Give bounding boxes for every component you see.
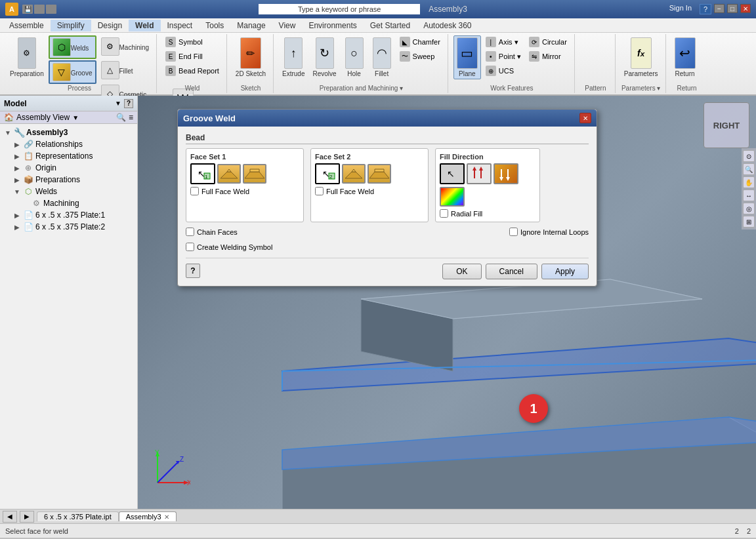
fill-dir-cursor-btn[interactable]: ↖	[440, 163, 465, 184]
sidebar-help-icon[interactable]: ?	[124, 99, 133, 108]
expand-welds[interactable]: ▼	[13, 188, 21, 195]
expand-machining[interactable]	[21, 199, 29, 207]
fill-dir-rainbow-btn[interactable]	[440, 187, 465, 207]
face-set-2-select-btn[interactable]: ↖ 2	[315, 163, 340, 184]
axis-btn[interactable]: | Axis ▾	[482, 35, 524, 49]
extrude-btn[interactable]: ↑ Extrude	[279, 35, 308, 79]
help-btn[interactable]: ?	[700, 4, 711, 14]
assembly-view-filter[interactable]: ≡	[129, 113, 133, 122]
radial-fill-checkbox[interactable]	[440, 209, 448, 218]
fill-dir-2-btn[interactable]	[494, 163, 518, 184]
create-weld-symbol-checkbox[interactable]	[186, 243, 194, 251]
ignore-loops-checkbox[interactable]	[509, 228, 518, 236]
chain-faces-checkbox[interactable]	[186, 228, 194, 236]
menu-tools[interactable]: Tools	[199, 20, 230, 31]
welds-btn[interactable]: ⬡ Welds	[49, 35, 96, 59]
tab-nav-right[interactable]: ▶	[20, 511, 34, 523]
menu-view[interactable]: View	[272, 20, 303, 31]
title-search[interactable]: Type a keyword or phrase	[259, 4, 421, 14]
symbol-btn[interactable]: S Symbol	[162, 35, 206, 49]
vp-tool-2[interactable]: 🔍	[743, 163, 755, 175]
parameters-btn[interactable]: fx Parameters	[621, 35, 662, 79]
bead-report-btn[interactable]: B Bead Report	[162, 64, 222, 77]
2d-sketch-btn[interactable]: ✏ 2D Sketch	[232, 35, 269, 79]
vp-tool-4[interactable]: ↔	[743, 190, 755, 201]
dialog-help-btn[interactable]: ?	[186, 264, 200, 278]
tree-item-machining[interactable]: ⚙ Machining	[3, 197, 135, 209]
full-face-weld-2-checkbox[interactable]	[315, 187, 324, 195]
circular-btn[interactable]: ⟳ Circular	[526, 35, 570, 49]
fill-dir-1-btn[interactable]	[467, 163, 492, 184]
fillet2-btn[interactable]: ◠ Fillet	[369, 35, 395, 79]
menu-assemble[interactable]: Assemble	[3, 20, 51, 31]
bottom-tab-assembly3[interactable]: Assembly3 ✕	[119, 511, 177, 521]
assembly-view-dropdown[interactable]: ▼	[72, 114, 79, 121]
face-set-1-icon-1[interactable]	[217, 164, 241, 184]
expand-preparations[interactable]: ▶	[13, 176, 21, 184]
expand-origin[interactable]: ▶	[13, 164, 21, 172]
preparation-btn[interactable]: ⚙ Preparation	[7, 35, 47, 79]
undo-btn[interactable]	[34, 5, 45, 14]
tree-item-assembly3[interactable]: ▼ 🔧 Assembly3	[3, 127, 135, 138]
menu-autodesk-360[interactable]: Autodesk 360	[417, 20, 478, 31]
bottom-tab-close-icon[interactable]: ✕	[164, 513, 169, 521]
save-btn[interactable]: 💾	[22, 5, 33, 14]
tree-item-preparations[interactable]: ▶ 📦 Preparations	[3, 174, 135, 186]
menu-manage[interactable]: Manage	[230, 20, 272, 31]
assembly-view-search[interactable]: 🔍	[116, 113, 126, 122]
assembly-view-label[interactable]: Assembly View	[16, 113, 70, 122]
face-set-1-select-btn[interactable]: ↖ 1	[190, 163, 215, 184]
cancel-btn[interactable]: Cancel	[486, 264, 537, 279]
vp-tool-3[interactable]: ✋	[743, 176, 755, 188]
nav-cube[interactable]: RIGHT	[704, 102, 749, 148]
full-face-weld-1-checkbox[interactable]	[190, 187, 199, 195]
menu-get-started[interactable]: Get Started	[364, 20, 417, 31]
viewport[interactable]: RIGHT ⊙ 🔍 ✋ ↔ ◎ ⊞ X Y Z	[138, 96, 756, 509]
plane-btn[interactable]: ▭ Plane	[453, 35, 481, 79]
tree-item-welds[interactable]: ▼ ⬡ Welds	[3, 186, 135, 197]
apply-btn[interactable]: Apply	[541, 264, 589, 279]
vp-tool-6[interactable]: ⊞	[743, 216, 755, 228]
chamfer-btn[interactable]: ◣ Chamfer	[396, 35, 444, 49]
point-btn[interactable]: • Point ▾	[482, 50, 524, 63]
menu-inspect[interactable]: Inspect	[161, 20, 200, 31]
mirror-btn[interactable]: ⇋ Mirror	[526, 50, 570, 63]
expand-representations[interactable]: ▶	[13, 152, 21, 160]
model-dropdown-icon[interactable]: ▼	[115, 100, 121, 107]
tree-item-plate2[interactable]: ▶ 📄 6 x .5 x .375 Plate:2	[3, 221, 135, 233]
menu-simplify[interactable]: Simplify	[51, 20, 91, 31]
fillet-btn[interactable]: △ Fillet	[98, 59, 153, 81]
expand-relationships[interactable]: ▶	[13, 140, 21, 148]
quick-access[interactable]: 💾	[22, 5, 56, 14]
ucs-btn[interactable]: ⊕ UCS	[482, 64, 524, 77]
menu-weld[interactable]: Weld	[129, 20, 160, 31]
expand-plate2[interactable]: ▶	[13, 223, 21, 231]
end-fill-btn[interactable]: E End Fill	[162, 50, 206, 63]
maximize-btn[interactable]: □	[727, 4, 738, 13]
menu-design[interactable]: Design	[91, 20, 129, 31]
vp-tool-5[interactable]: ◎	[743, 203, 755, 214]
sign-in-btn[interactable]: Sign In	[669, 4, 692, 14]
vp-tool-1[interactable]: ⊙	[743, 150, 755, 162]
face-set-1-icon-2[interactable]	[243, 164, 266, 184]
tree-item-relationships[interactable]: ▶ 🔗 Relationships	[3, 138, 135, 150]
redo-btn[interactable]	[46, 5, 56, 14]
tree-item-plate1[interactable]: ▶ 📄 6 x .5 x .375 Plate:1	[3, 209, 135, 221]
face-set-2-icon-1[interactable]	[342, 164, 366, 184]
bottom-tab-plate[interactable]: 6 x .5 x .375 Plate.ipt	[37, 511, 119, 521]
sweep-btn[interactable]: 〜 Sweep	[396, 50, 444, 63]
menu-environments[interactable]: Environments	[302, 20, 363, 31]
tree-item-representations[interactable]: ▶ 📋 Representations	[3, 150, 135, 162]
hole-btn[interactable]: ○ Hole	[341, 35, 368, 79]
ok-btn[interactable]: OK	[442, 264, 481, 279]
return-btn[interactable]: ↩ Return	[671, 35, 699, 79]
revolve-btn[interactable]: ↻ Revolve	[309, 35, 339, 79]
expand-plate1[interactable]: ▶	[13, 211, 21, 219]
dialog-close-btn[interactable]: ✕	[579, 113, 591, 123]
close-btn[interactable]: ✕	[740, 4, 751, 13]
expand-assembly3[interactable]: ▼	[4, 129, 12, 136]
groove-btn[interactable]: ▽ Groove	[49, 60, 96, 84]
minimize-btn[interactable]: −	[714, 4, 724, 13]
tab-nav-left[interactable]: ◀	[3, 511, 17, 523]
face-set-2-icon-2[interactable]	[368, 164, 391, 184]
